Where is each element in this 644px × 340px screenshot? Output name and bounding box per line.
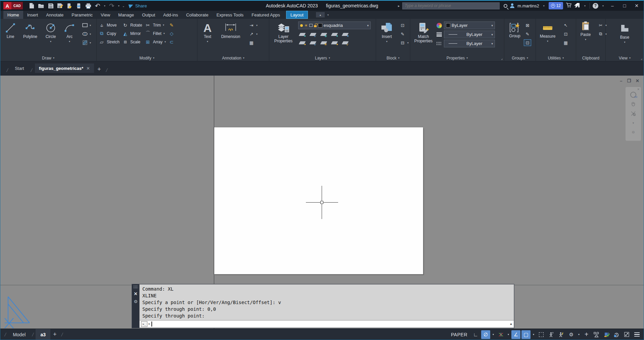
polyline-button[interactable]: Polyline <box>21 20 40 54</box>
leader-button[interactable]: ↗ <box>248 31 255 37</box>
drawing-canvas[interactable]: – ❐ ✕ ✕ ▾ ⊖ ✕ ⚙ Command: <box>0 76 644 329</box>
insert-dropdown-icon[interactable]: ▾ <box>386 40 387 43</box>
pan-icon[interactable] <box>631 101 636 108</box>
panel-label-block[interactable]: Block ▾ <box>376 54 410 61</box>
layout-paper[interactable] <box>214 127 423 274</box>
new-layout-button[interactable]: + <box>50 331 59 338</box>
base-button[interactable]: Base ▾ <box>616 20 634 54</box>
ribbon-tab-output[interactable]: Output <box>138 11 159 19</box>
paste-dropdown-icon[interactable]: ▾ <box>585 38 586 41</box>
command-window-grip-strip[interactable]: ✕ ⚙ <box>132 284 139 328</box>
ortho-mode-button[interactable]: ∟ <box>471 330 480 339</box>
scale-button[interactable]: ⧈ Scale <box>122 38 142 46</box>
help-dropdown-button[interactable]: ▾ <box>601 1 605 10</box>
fillet-button[interactable]: ⌒ Fillet ▾ <box>145 29 166 38</box>
performance-monitor-button[interactable]: i <box>612 330 621 339</box>
dimension-button[interactable]: Dimension <box>218 20 243 54</box>
hatch-button[interactable] <box>81 39 89 46</box>
isometric-dropdown-icon[interactable]: ▾ <box>506 330 510 339</box>
ribbon-tab-parametric[interactable]: Parametric <box>67 11 97 19</box>
attributes-dropdown-icon[interactable]: ▾ <box>407 41 409 44</box>
lineweight-icon[interactable] <box>436 32 442 37</box>
group-edit-button[interactable]: ✎ <box>524 31 531 37</box>
base-dropdown-icon[interactable]: ▾ <box>624 41 625 44</box>
layer-merge-button[interactable]: ↙ <box>341 39 349 46</box>
copy-button[interactable]: ⧉ Copy <box>99 29 120 38</box>
rectangle-button[interactable] <box>81 22 89 29</box>
group-selection-toggle[interactable]: ⊡ <box>524 39 531 46</box>
layer-properties-button[interactable]: Layer Properties <box>271 20 295 54</box>
ribbon-tab-view[interactable]: View <box>97 11 114 19</box>
file-tab-drawing[interactable]: figuras_geometricas* ✕ <box>35 63 94 73</box>
annotation-visibility-button[interactable] <box>547 330 556 339</box>
linear-dimension-button[interactable]: ⇥ <box>248 22 255 29</box>
search-input[interactable] <box>405 3 497 8</box>
command-window-close-button[interactable]: ✕ <box>134 291 138 296</box>
viewport-restore-button[interactable]: ❐ <box>627 78 631 83</box>
leader-dropdown-icon[interactable]: ▾ <box>256 33 258 36</box>
ellipse-button[interactable] <box>81 31 89 37</box>
add-scales-button[interactable]: + <box>582 330 591 339</box>
edit-attributes-button[interactable]: ⊟ <box>399 39 406 46</box>
workspace-dropdown-icon[interactable]: ▾ <box>577 330 581 339</box>
layer-isolate-button[interactable]: ↙ <box>309 31 317 38</box>
navigation-wheel-icon[interactable] <box>630 92 636 98</box>
command-window[interactable]: ✕ ⚙ Command: XLXLINESpecify a point or [… <box>132 284 514 328</box>
ribbon-tab-featured-apps[interactable]: Featured Apps <box>247 11 284 19</box>
ribbon-tab-collaborate[interactable]: Collaborate <box>182 11 213 19</box>
customization-button[interactable] <box>632 330 641 339</box>
panel-label-layers[interactable]: Layers ▾ <box>269 54 376 61</box>
window-maximize-button[interactable]: □ <box>620 3 629 8</box>
ellipse-dropdown-icon[interactable]: ▾ <box>90 33 91 36</box>
recent-commands-icon[interactable]: ▾ <box>148 323 150 326</box>
search-icon[interactable] <box>504 4 507 8</box>
undo-button[interactable]: ↶ <box>93 1 102 10</box>
text-dropdown-icon[interactable]: ▾ <box>207 40 208 43</box>
panel-label-clipboard[interactable]: Clipboard <box>576 54 605 61</box>
autodesk-dropdown-button[interactable]: ▾ <box>583 1 587 10</box>
application-menu-button[interactable]: A CAD <box>3 2 23 9</box>
help-button[interactable]: ? <box>593 3 598 9</box>
polar-tracking-button[interactable]: ∠ <box>511 330 520 339</box>
array-dropdown-icon[interactable]: ▾ <box>165 40 166 43</box>
ribbon-tab-manage[interactable]: Manage <box>114 11 138 19</box>
selection-cycling-button[interactable] <box>537 330 546 339</box>
offset-button[interactable]: ⊂ <box>169 38 175 46</box>
autodesk-logo-icon[interactable] <box>574 2 580 9</box>
edit-block-button[interactable]: ✎ <box>399 31 406 37</box>
create-block-button[interactable]: ⊡ <box>399 22 406 29</box>
paste-button[interactable]: Paste ▾ <box>578 20 593 54</box>
panel-label-utilities[interactable]: Utilities ▾ <box>536 54 576 61</box>
isometric-drafting-button[interactable] <box>496 330 505 339</box>
layer-freeze-button[interactable]: ∗ <box>320 31 327 38</box>
table-button[interactable]: ▦ <box>248 39 255 46</box>
ribbon-minimize-options-button[interactable]: ▾ <box>326 10 330 19</box>
viewport-minimize-button[interactable]: – <box>620 78 622 83</box>
command-customize-icon[interactable]: ⚙ <box>134 299 138 304</box>
erase-button[interactable]: ✎ <box>169 21 175 29</box>
ribbon-tab-layout[interactable]: Layout <box>286 11 308 19</box>
snap-dropdown-icon[interactable]: ▾ <box>491 330 495 339</box>
circle-button[interactable]: Circle ▾ <box>42 20 60 54</box>
navbar-collapse-icon[interactable]: ⊖ <box>632 130 635 135</box>
cut-button[interactable]: ✂ <box>597 22 604 29</box>
arc-dropdown-icon[interactable]: ▾ <box>69 40 70 43</box>
ungroup-button[interactable]: ⊠ <box>524 22 531 29</box>
match-properties-button[interactable]: Match Properties <box>412 20 434 54</box>
object-snap-button[interactable]: ▢ <box>521 330 531 339</box>
search-expand-icon[interactable]: ▸ <box>398 4 400 8</box>
ribbon-tab-addins[interactable]: Add-ins <box>159 11 182 19</box>
rotate-button[interactable]: ↻ Rotate <box>122 21 142 29</box>
open-from-web-mobile-button[interactable] <box>65 1 74 10</box>
view-dialog-launcher[interactable]: ⌟ <box>641 56 642 60</box>
layer-on-button[interactable]: ● <box>298 39 306 46</box>
plot-button[interactable] <box>84 1 93 10</box>
command-prompt-icon[interactable]: >_ <box>141 321 147 327</box>
undo-dropdown-button[interactable]: ▾ <box>103 1 107 10</box>
layer-off-button[interactable]: ● <box>298 31 306 38</box>
panel-label-draw[interactable]: Draw ▾ <box>0 54 96 61</box>
command-window-drag-grip[interactable] <box>133 285 138 289</box>
linear-dimension-dropdown-icon[interactable]: ▾ <box>256 24 258 27</box>
explode-button[interactable]: ◇ <box>169 29 175 38</box>
ribbon-tab-insert[interactable]: Insert <box>23 11 42 19</box>
